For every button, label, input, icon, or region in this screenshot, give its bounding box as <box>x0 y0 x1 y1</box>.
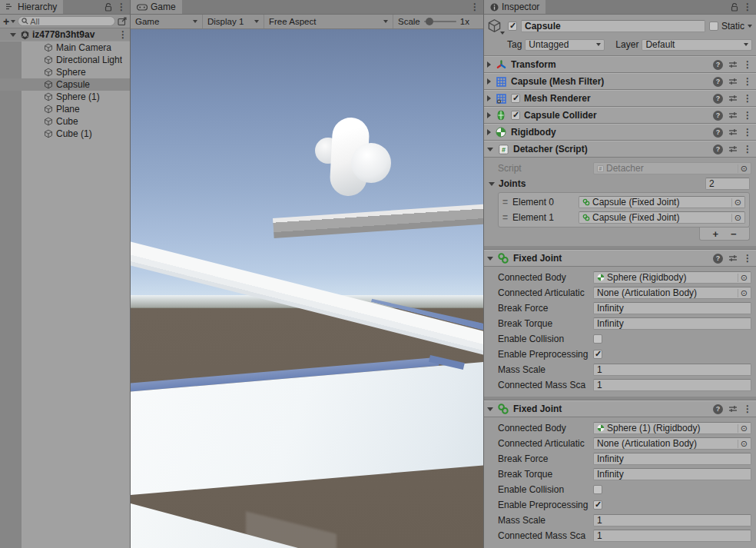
gameobject-cube-icon[interactable] <box>487 18 504 34</box>
name-field[interactable]: Capsule <box>521 20 705 32</box>
kebab-icon[interactable]: ⋮ <box>743 128 752 137</box>
mass-scale-field[interactable]: 1 <box>593 514 751 526</box>
drag-handle-icon[interactable]: = <box>502 197 508 208</box>
object-picker-icon[interactable]: ⊙ <box>731 214 741 222</box>
element-object-field[interactable]: Capsule (Fixed Joint) ⊙ <box>579 211 745 224</box>
help-icon[interactable]: ? <box>713 144 723 154</box>
layer-dropdown[interactable]: Default <box>642 39 752 51</box>
drag-handle-icon[interactable]: = <box>502 212 508 223</box>
component-header-detacher[interactable]: # Detacher (Script) ? ⋮ <box>484 141 756 158</box>
presets-icon[interactable] <box>728 254 738 263</box>
object-picker-icon[interactable]: ⊙ <box>731 198 741 207</box>
foldout-caret-icon[interactable] <box>487 95 491 101</box>
object-picker-icon[interactable]: ⊙ <box>738 424 748 433</box>
enable-preprocessing-checkbox[interactable] <box>593 350 602 359</box>
joints-size-field[interactable]: 2 <box>705 178 750 190</box>
kebab-icon[interactable]: ⋮ <box>117 2 126 12</box>
break-torque-field[interactable]: Infinity <box>593 468 751 480</box>
component-header-fixed-joint-1[interactable]: Fixed Joint ? ⋮ <box>484 250 756 267</box>
help-icon[interactable]: ? <box>713 128 723 138</box>
static-checkbox[interactable] <box>709 22 718 31</box>
hierarchy-item-sphere-1[interactable]: Sphere (1) <box>0 91 130 103</box>
kebab-icon[interactable]: ⋮ <box>743 254 752 263</box>
component-header-capsule-collider[interactable]: Capsule Collider ? ⋮ <box>484 107 756 124</box>
active-checkbox[interactable] <box>508 22 517 31</box>
joints-foldout-row[interactable]: Joints 2 <box>484 176 756 191</box>
object-picker-icon[interactable]: ⊙ <box>738 289 748 297</box>
game-mode-dropdown[interactable]: Game <box>131 15 203 28</box>
presets-icon[interactable] <box>728 94 738 103</box>
help-icon[interactable]: ? <box>713 94 723 104</box>
foldout-caret-icon[interactable] <box>487 78 491 85</box>
chevron-down-icon[interactable] <box>748 25 752 28</box>
enable-preprocessing-checkbox[interactable] <box>593 500 602 510</box>
add-element-button[interactable]: + <box>712 228 718 240</box>
help-icon[interactable]: ? <box>713 77 723 87</box>
lock-icon[interactable] <box>104 3 112 12</box>
connected-mass-scale-field[interactable]: 1 <box>593 379 751 391</box>
object-picker-icon[interactable]: ⊙ <box>738 274 748 282</box>
connected-body-field[interactable]: Sphere (Rigidbody) ⊙ <box>593 271 751 284</box>
kebab-icon[interactable]: ⋮ <box>743 60 752 69</box>
element-0-row[interactable]: = Element 0 Capsule (Fixed Joint) ⊙ <box>499 194 749 210</box>
component-enabled-checkbox[interactable] <box>511 94 520 103</box>
remove-element-button[interactable]: − <box>731 228 737 240</box>
break-torque-field[interactable]: Infinity <box>593 317 751 330</box>
foldout-caret-icon[interactable] <box>487 407 493 411</box>
aspect-dropdown[interactable]: Free Aspect <box>264 15 393 28</box>
object-picker-icon[interactable]: ⊙ <box>738 440 748 448</box>
foldout-caret-icon[interactable] <box>487 129 491 135</box>
element-1-row[interactable]: = Element 1 Capsule (Fixed Joint) ⊙ <box>499 210 749 225</box>
break-force-field[interactable]: Infinity <box>593 302 751 314</box>
hierarchy-item-directional-light[interactable]: Directional Light <box>0 54 130 66</box>
tab-hierarchy[interactable]: Hierarchy <box>0 0 63 14</box>
hierarchy-item-cube[interactable]: Cube <box>0 115 130 128</box>
scene-root-row[interactable]: iz4778n3ht9av ⋮ <box>0 28 130 42</box>
kebab-icon[interactable]: ⋮ <box>743 404 752 413</box>
break-force-field[interactable]: Infinity <box>593 453 751 465</box>
foldout-caret-icon[interactable] <box>487 112 491 118</box>
presets-icon[interactable] <box>728 111 738 120</box>
hierarchy-item-plane[interactable]: Plane <box>0 103 130 115</box>
enable-collision-checkbox[interactable] <box>593 334 602 344</box>
game-viewport[interactable] <box>131 29 483 548</box>
help-icon[interactable]: ? <box>713 60 723 70</box>
connected-mass-scale-field[interactable]: 1 <box>593 530 751 542</box>
foldout-caret-icon[interactable] <box>487 148 493 151</box>
scene-picker-icon[interactable] <box>118 17 127 26</box>
hierarchy-item-cube-1[interactable]: Cube (1) <box>0 128 130 140</box>
kebab-icon[interactable]: ⋮ <box>743 94 752 103</box>
articulation-field[interactable]: None (Articulation Body) ⊙ <box>593 437 751 450</box>
articulation-field[interactable]: None (Articulation Body) ⊙ <box>593 287 751 299</box>
scene-kebab-icon[interactable]: ⋮ <box>118 30 128 39</box>
search-input[interactable]: All <box>18 16 115 26</box>
component-header-mesh-renderer[interactable]: Mesh Renderer ? ⋮ <box>484 90 756 107</box>
tag-dropdown[interactable]: Untagged <box>525 39 605 51</box>
presets-icon[interactable] <box>728 60 738 69</box>
kebab-icon[interactable]: ⋮ <box>743 2 752 12</box>
foldout-caret-icon[interactable] <box>487 61 491 68</box>
presets-icon[interactable] <box>728 128 738 137</box>
kebab-icon[interactable]: ⋮ <box>743 77 752 86</box>
help-icon[interactable]: ? <box>713 404 723 414</box>
help-icon[interactable]: ? <box>713 111 723 121</box>
component-enabled-checkbox[interactable] <box>511 111 520 120</box>
display-dropdown[interactable]: Display 1 <box>203 15 264 28</box>
hierarchy-item-main-camera[interactable]: Main Camera <box>0 42 130 54</box>
mass-scale-field[interactable]: 1 <box>593 364 751 376</box>
presets-icon[interactable] <box>728 404 738 413</box>
component-header-mesh-filter[interactable]: Capsule (Mesh Filter) ? ⋮ <box>484 73 756 90</box>
enable-collision-checkbox[interactable] <box>593 485 602 494</box>
connected-body-field[interactable]: Sphere (1) (Rigidbody) ⊙ <box>593 422 751 434</box>
help-icon[interactable]: ? <box>713 254 723 264</box>
component-header-fixed-joint-2[interactable]: Fixed Joint ? ⋮ <box>484 400 756 417</box>
kebab-icon[interactable]: ⋮ <box>743 111 752 120</box>
kebab-icon[interactable]: ⋮ <box>470 2 479 12</box>
component-header-rigidbody[interactable]: Rigidbody ? ⋮ <box>484 124 756 141</box>
presets-icon[interactable] <box>728 144 738 154</box>
component-header-transform[interactable]: Transform ? ⋮ <box>484 56 756 73</box>
hierarchy-item-sphere[interactable]: Sphere <box>0 66 130 78</box>
presets-icon[interactable] <box>728 77 738 86</box>
scale-slider-knob[interactable] <box>426 18 433 25</box>
foldout-caret-icon[interactable] <box>10 33 16 37</box>
